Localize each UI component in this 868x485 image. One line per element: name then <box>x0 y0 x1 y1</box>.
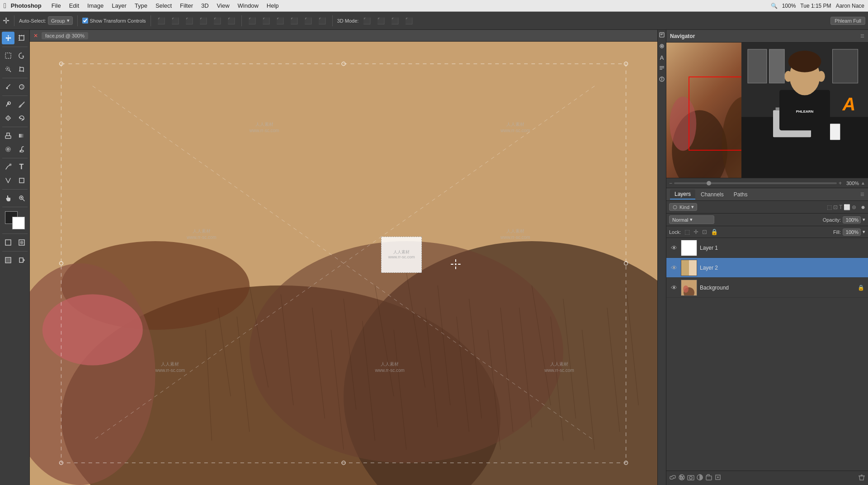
3d-rotate-icon[interactable]: ⬛ <box>361 16 373 25</box>
quick-selection-tool[interactable] <box>2 63 14 76</box>
menu-view[interactable]: View <box>213 1 233 10</box>
layer-item-1[interactable]: 👁 Layer 1 <box>666 238 868 258</box>
tab-paths[interactable]: Paths <box>729 190 752 199</box>
distribute-left-icon[interactable]: ⬛ <box>246 16 258 25</box>
menu-help[interactable]: Help <box>263 1 283 10</box>
workspace-selector[interactable]: Phlearn Full <box>830 17 865 25</box>
distribute-center-h-icon[interactable]: ⬛ <box>260 16 272 25</box>
zoom-in-btn[interactable]: + <box>839 180 842 186</box>
menu-select[interactable]: Select <box>152 1 175 10</box>
quick-mask-on[interactable] <box>15 236 28 249</box>
align-center-h-icon[interactable]: ⬛ <box>170 16 181 25</box>
3d-pan-icon[interactable]: ⬛ <box>389 16 401 25</box>
screen-mode-btn[interactable] <box>2 254 14 266</box>
brush-settings-btn[interactable] <box>659 43 665 51</box>
filter-smart-icon[interactable]: ⊛ <box>852 204 856 210</box>
canvas-tab[interactable]: face.psd @ 300% <box>42 32 88 39</box>
artboard-tool[interactable] <box>15 32 28 44</box>
hand-tool[interactable] <box>2 192 14 204</box>
eyedropper-tool[interactable] <box>2 81 14 93</box>
filter-pixel-icon[interactable]: ⬚ <box>827 204 832 210</box>
clone-stamp-tool[interactable] <box>2 112 14 124</box>
paragraph-panel-btn[interactable] <box>659 65 665 72</box>
quick-mask-off[interactable] <box>2 236 14 249</box>
layer-item-background[interactable]: 👁 Background 🔒 <box>666 278 868 298</box>
group-dropdown[interactable]: Group ▾ <box>48 16 73 25</box>
menu-layer[interactable]: Layer <box>108 1 130 10</box>
menu-filter[interactable]: Filter <box>176 1 197 10</box>
filter-toggle-btn[interactable]: ● <box>861 203 865 211</box>
canvas-image[interactable]: 人人素材www.rr-sc.com 人人素材www.rr-sc.com 人人素材… <box>30 42 657 485</box>
shape-tool[interactable] <box>15 174 28 187</box>
align-bottom-icon[interactable]: ⬛ <box>226 16 237 25</box>
filter-adjust-icon[interactable]: ⊡ <box>833 204 838 210</box>
lock-position-icon[interactable]: ✛ <box>693 228 698 235</box>
background-visibility-icon[interactable]: 👁 <box>670 284 678 291</box>
lock-pixels-icon[interactable]: ⬚ <box>684 228 690 235</box>
menu-type[interactable]: Type <box>131 1 151 10</box>
panel-close-btn[interactable]: ✕ <box>33 33 38 39</box>
navigator-options-btn[interactable]: ☰ <box>860 33 864 38</box>
rotate-canvas-btn[interactable] <box>15 254 28 266</box>
search-icon[interactable]: 🔍 <box>771 3 778 9</box>
zoom-slider[interactable] <box>674 182 837 184</box>
info-panel-btn[interactable] <box>659 76 665 84</box>
brush-tool[interactable] <box>15 98 28 111</box>
fill-value[interactable]: 100% <box>843 228 861 236</box>
blend-mode-dropdown[interactable]: Normal ▾ <box>669 215 714 224</box>
lock-artboards-icon[interactable]: ⊡ <box>702 228 707 235</box>
filter-text-icon[interactable]: T <box>839 204 842 210</box>
align-center-v-icon[interactable]: ⬛ <box>212 16 223 25</box>
color-swatches[interactable] <box>5 211 25 229</box>
distribute-right-icon[interactable]: ⬛ <box>274 16 286 25</box>
menu-3d[interactable]: 3D <box>198 1 212 10</box>
rectangular-marquee-tool[interactable] <box>2 49 14 62</box>
layer-1-visibility-icon[interactable]: 👁 <box>670 244 678 252</box>
new-layer-btn[interactable] <box>714 474 722 483</box>
layer-item-2[interactable]: 👁 Layer 2 <box>666 258 868 278</box>
align-right-icon[interactable]: ⬛ <box>184 16 195 25</box>
zoom-out-btn[interactable]: − <box>669 180 672 186</box>
opacity-value[interactable]: 100% <box>843 216 861 223</box>
lock-all-icon[interactable]: 🔒 <box>711 228 718 235</box>
navigator-preview[interactable]: PHLEARN A <box>666 43 868 178</box>
3d-material-eyedropper[interactable] <box>15 81 28 93</box>
tab-channels[interactable]: Channels <box>696 190 728 199</box>
add-mask-btn[interactable] <box>687 474 694 483</box>
spot-healing-brush[interactable]: + <box>2 98 14 111</box>
gradient-tool[interactable] <box>15 129 28 142</box>
link-layers-btn[interactable] <box>669 474 676 483</box>
menu-window[interactable]: Window <box>234 1 262 10</box>
apple-icon[interactable]:  <box>4 2 6 10</box>
align-left-icon[interactable]: ⬛ <box>156 16 167 25</box>
zoom-thumb[interactable] <box>707 181 711 185</box>
eraser-tool[interactable] <box>2 129 14 142</box>
3d-slide-icon[interactable]: ⬛ <box>403 16 415 25</box>
lasso-tool[interactable] <box>15 49 28 62</box>
menu-file[interactable]: File <box>48 1 65 10</box>
path-select-tool[interactable] <box>2 174 14 187</box>
new-group-btn[interactable] <box>705 474 712 483</box>
distribute-bottom-icon[interactable]: ⬛ <box>316 16 328 25</box>
3d-roll-icon[interactable]: ⬛ <box>375 16 387 25</box>
layers-panel-options-btn[interactable]: ☰ <box>860 192 864 197</box>
align-top-icon[interactable]: ⬛ <box>198 16 209 25</box>
tab-layers[interactable]: Layers <box>670 190 695 200</box>
zoom-tool[interactable] <box>15 192 28 204</box>
dodge-tool[interactable] <box>15 143 28 156</box>
history-brush-tool[interactable] <box>15 112 28 124</box>
background-color[interactable] <box>12 217 25 229</box>
pen-tool[interactable] <box>2 161 14 173</box>
layer-styles-btn[interactable]: fx <box>678 474 685 483</box>
character-panel-btn[interactable]: A <box>660 54 664 61</box>
nav-up-arrow[interactable]: ▲ <box>861 181 865 185</box>
blur-tool[interactable] <box>2 143 14 156</box>
text-tool[interactable]: T <box>15 161 28 173</box>
crop-tool[interactable] <box>15 63 28 76</box>
show-transform-group[interactable]: Show Transform Controls <box>82 18 146 24</box>
show-transform-checkbox[interactable] <box>82 18 88 24</box>
filter-shape-icon[interactable]: ⬜ <box>844 204 850 210</box>
distribute-center-v-icon[interactable]: ⬛ <box>302 16 314 25</box>
notes-tool[interactable] <box>659 32 665 39</box>
menu-edit[interactable]: Edit <box>66 1 83 10</box>
